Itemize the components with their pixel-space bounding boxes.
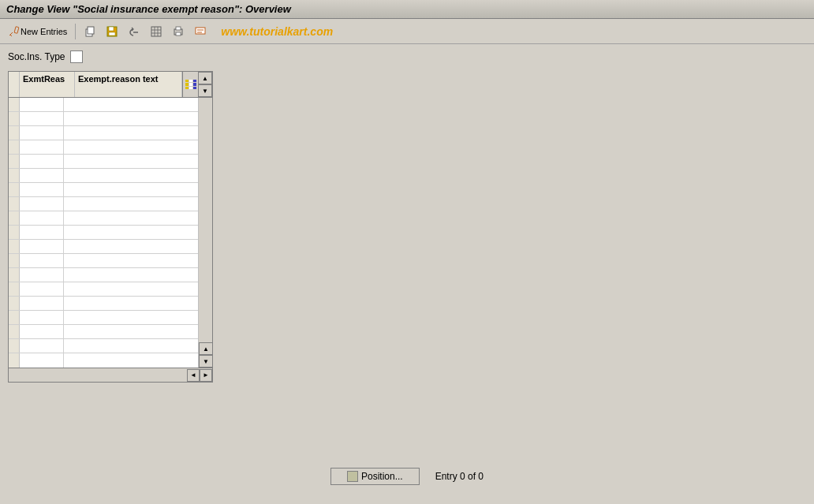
cell-exempt-text[interactable] [64,297,198,310]
print-icon [172,25,185,38]
find-button[interactable] [191,23,210,40]
cell-exmt[interactable] [20,155,64,168]
save-button[interactable] [103,23,121,40]
find-icon [194,25,207,38]
cell-exmt[interactable] [20,169,64,182]
scroll-up-button[interactable] [198,72,212,84]
scroll-down-button[interactable] [198,84,212,97]
print-button[interactable] [169,23,188,40]
cell-exmt[interactable] [20,311,64,324]
cell-exempt-text[interactable] [64,183,198,196]
svg-rect-16 [176,32,181,35]
row-selector[interactable] [9,197,20,211]
copy-icon [84,25,96,38]
cell-exmt[interactable] [20,353,64,368]
row-selector[interactable] [9,211,20,225]
save-icon [106,25,118,38]
pencil-icon [8,25,21,38]
cell-exempt-text[interactable] [64,240,198,253]
scroll-up-right-button[interactable] [199,342,213,355]
customize-columns-button[interactable] [182,72,198,97]
cell-exempt-text[interactable] [64,254,198,267]
table-row [9,211,198,226]
cell-exempt-text[interactable] [64,112,198,125]
content-area: Soc.Ins. Type ExmtReas Exempt.reason tex… [0,44,814,389]
scroll-right-button[interactable] [200,369,212,382]
svg-rect-15 [176,27,181,30]
cell-exempt-text[interactable] [64,268,198,282]
row-selector[interactable] [9,282,20,296]
soc-ins-type-checkbox[interactable] [70,50,83,63]
table-row [9,140,198,155]
row-selector[interactable] [9,339,20,353]
row-selector[interactable] [9,155,20,168]
cell-exmt[interactable] [20,211,64,225]
row-selector[interactable] [9,112,20,125]
row-selector[interactable] [9,297,20,310]
row-selector[interactable] [9,254,20,267]
cell-exmt[interactable] [20,268,64,282]
right-scroll-bar [198,98,212,368]
table-row [9,268,198,282]
cell-exempt-text[interactable] [64,126,198,140]
filter-row: Soc.Ins. Type [8,50,806,63]
cell-exempt-text[interactable] [64,98,198,111]
cell-exmt[interactable] [20,325,64,338]
row-selector[interactable] [9,311,20,324]
table-row [9,98,198,112]
cell-exmt[interactable] [20,226,64,239]
cell-exempt-text[interactable] [64,197,198,211]
cell-exmt[interactable] [20,254,64,267]
cell-exmt[interactable] [20,297,64,310]
scroll-left-button[interactable] [187,369,200,382]
cell-exempt-text[interactable] [64,226,198,239]
row-selector[interactable] [9,183,20,196]
cell-exempt-text[interactable] [64,353,198,368]
cell-exmt[interactable] [20,126,64,140]
table-row [9,183,198,197]
cell-exmt[interactable] [20,112,64,125]
row-selector[interactable] [9,226,20,239]
cell-exmt[interactable] [20,197,64,211]
new-entries-label: New Entries [21,27,67,36]
cell-exempt-text[interactable] [64,155,198,168]
row-selector[interactable] [9,98,20,111]
cell-exmt[interactable] [20,339,64,353]
table-row [9,353,198,368]
scroll-down-right-button[interactable] [199,355,213,368]
svg-rect-0 [14,26,19,33]
cell-exempt-text[interactable] [64,140,198,154]
cell-exempt-text[interactable] [64,311,198,324]
cell-exmt[interactable] [20,282,64,296]
cell-exmt[interactable] [20,98,64,111]
table-row [9,254,198,268]
column-header-exmtreas: ExmtReas [20,72,75,97]
row-selector[interactable] [9,140,20,154]
cell-exempt-text[interactable] [64,211,198,225]
row-selector[interactable] [9,268,20,282]
cell-exempt-text[interactable] [64,282,198,296]
new-entries-button[interactable]: New Entries [5,23,70,40]
cell-exempt-text[interactable] [64,169,198,182]
entry-info: Entry 0 of 0 [435,471,484,482]
cell-exmt[interactable] [20,240,64,253]
copy-button[interactable] [80,23,99,40]
svg-rect-4 [88,27,94,34]
svg-rect-9 [151,27,161,36]
cell-exempt-text[interactable] [64,339,198,353]
table-row [9,325,198,339]
undo-button[interactable] [125,23,144,40]
cell-exmt[interactable] [20,183,64,196]
table-body: (function() { const data = JSON.parse(do… [9,98,212,368]
row-selector[interactable] [9,325,20,338]
row-selector[interactable] [9,169,20,182]
cell-exempt-text[interactable] [64,325,198,338]
row-selector[interactable] [9,353,20,368]
grid-view-button[interactable] [147,23,166,40]
row-selector[interactable] [9,240,20,253]
table-row [9,226,198,240]
position-button[interactable]: Position... [330,468,420,485]
row-selector[interactable] [9,126,20,140]
cell-exmt[interactable] [20,140,64,154]
table-row [9,339,198,353]
